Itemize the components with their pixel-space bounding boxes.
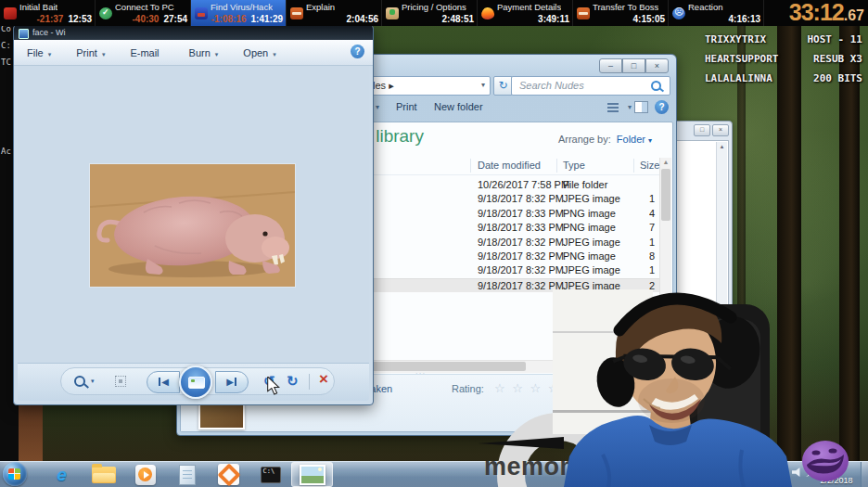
actual-size-icon[interactable]	[115, 376, 126, 387]
breadcrumb[interactable]: les ▸	[373, 80, 394, 92]
chevron-down-icon: ▾	[102, 51, 106, 58]
split-time: 1:41:29	[251, 14, 283, 24]
speedrun-splits-bar: Initial Bait -21:3712:53 Connect To PC -…	[0, 0, 868, 26]
next-button[interactable]: ▶	[215, 371, 249, 393]
file-type: JPEG image	[563, 237, 620, 248]
preview-pane-icon[interactable]	[634, 101, 648, 113]
menu-item[interactable]: Burn▾	[189, 47, 219, 58]
file-type: PNG image	[563, 222, 616, 233]
taskbar-item-notepad[interactable]	[166, 462, 208, 487]
slideshow-button[interactable]	[179, 365, 212, 399]
column-type[interactable]: Type	[563, 160, 585, 171]
split-delta: -1:08:16	[211, 14, 247, 24]
rotate-clockwise-button[interactable]: ↻	[287, 373, 299, 390]
help-button[interactable]: ?	[655, 100, 669, 114]
taskbar-item-media-player[interactable]	[124, 462, 166, 487]
taskbar-item-file-explorer[interactable]	[83, 462, 124, 487]
purple-grin-emote	[801, 440, 849, 483]
photo-viewer-window[interactable]: face - Wi File▾Print▾E-mailBurn▾Open▾ ?	[13, 24, 374, 405]
console-text: Ac	[1, 147, 11, 156]
split-icon	[672, 7, 685, 19]
split-icon	[386, 7, 399, 19]
minimize-button[interactable]: –	[599, 58, 622, 73]
breadcrumb-arrow-icon: ▸	[389, 80, 394, 91]
console-text: C:	[1, 41, 11, 50]
split-time: 27:54	[163, 14, 187, 24]
column-size[interactable]: Size	[640, 160, 659, 171]
folder-icon	[92, 467, 116, 483]
file-type: File folder	[563, 179, 607, 190]
taskbar-item-anydesk[interactable]	[208, 462, 249, 487]
zoom-icon[interactable]	[74, 376, 85, 387]
split-segment: Find Virus/Hack -1:08:161:41:29	[191, 0, 287, 26]
split-icon	[480, 6, 494, 19]
close-button[interactable]: ×	[645, 58, 669, 73]
taskbar-item-photo-viewer[interactable]	[291, 462, 333, 487]
split-icon	[290, 7, 303, 19]
app-icon	[19, 29, 29, 39]
print-button[interactable]: Print	[396, 101, 417, 112]
photo-viewer-titlebar[interactable]: face - Wi	[14, 25, 373, 40]
views-caret-icon[interactable]: ▾	[628, 103, 632, 111]
event-username: TRIXXYTRIX	[705, 33, 766, 45]
split-time: 2:04:56	[347, 14, 378, 24]
window-title: face - Wi	[32, 28, 66, 37]
menu-item[interactable]: Print▾	[76, 47, 105, 58]
views-icon[interactable]	[607, 103, 619, 112]
taskbar-item-command-prompt[interactable]: C:\	[249, 462, 291, 487]
split-name: Transfer To Boss	[593, 2, 658, 12]
delete-button[interactable]: ×	[319, 370, 328, 389]
menu-item[interactable]: File▾	[27, 47, 51, 58]
search-input[interactable]: Search Nudes	[511, 76, 670, 96]
split-time: 2:48:51	[442, 14, 474, 24]
maximize-button[interactable]: □	[622, 58, 645, 73]
split-time: 4:16:13	[729, 14, 760, 24]
search-placeholder: Search Nudes	[519, 80, 584, 91]
start-button[interactable]	[3, 462, 27, 486]
split-segment: Pricing / Options 2:48:51	[382, 0, 478, 26]
address-dropdown-icon[interactable]: ▾	[481, 81, 485, 89]
anydesk-icon	[218, 464, 239, 485]
stream-event: TRIXXYTRIX HOST - 11	[705, 33, 862, 45]
file-date: 9/18/2017 8:32 PM	[478, 250, 564, 262]
previous-button[interactable]: ◀	[147, 371, 180, 393]
maximize-button[interactable]: □	[694, 124, 710, 136]
split-name: Explain	[306, 2, 335, 12]
close-button[interactable]: ×	[712, 124, 729, 136]
split-segment: Transfer To Boss 4:15:05	[573, 0, 669, 26]
event-info: HOST - 11	[807, 33, 862, 45]
split-icon	[195, 7, 208, 19]
menu-item[interactable]: Open▾	[243, 47, 275, 58]
event-username: LALALALINNA	[705, 72, 772, 84]
media-player-icon	[135, 465, 156, 485]
event-info: 200 BITS	[813, 72, 862, 84]
zoom-caret-icon[interactable]: ▾	[91, 378, 95, 385]
internet-explorer-icon: e	[57, 465, 67, 485]
split-time: 3:49:11	[538, 14, 569, 24]
split-segment: Initial Bait -21:3712:53	[0, 0, 96, 26]
chevron-down-icon: ▾	[48, 51, 52, 58]
arrange-by-control[interactable]: Arrange by:Folder▾	[558, 134, 652, 145]
notepad-icon	[179, 465, 196, 485]
split-delta: -21:37	[37, 14, 64, 24]
menu-item[interactable]: E-mail	[130, 47, 163, 58]
show-desktop-button[interactable]	[861, 462, 868, 487]
viewer-controls-bar: ▾ ◀ ▶ ↺ ↻ ×	[18, 363, 369, 401]
column-date-modified[interactable]: Date modified	[478, 160, 541, 171]
taskbar-item-internet-explorer[interactable]: e	[41, 462, 83, 487]
rating-label: Rating:	[452, 383, 484, 394]
command-prompt-icon: C:\	[261, 467, 281, 483]
split-delta: -40:30	[133, 14, 160, 24]
timer-main: 33:12	[789, 0, 844, 25]
refresh-button[interactable]: ↻	[493, 76, 513, 96]
split-icon	[577, 7, 590, 19]
photo-viewer-icon	[300, 465, 326, 485]
file-type: JPEG image	[563, 193, 620, 204]
console-text: TC	[1, 58, 11, 67]
file-date: 9/18/2017 8:33 PM	[478, 222, 564, 233]
organize-caret-icon[interactable]: ▾	[376, 103, 379, 111]
mouse-cursor	[267, 377, 280, 395]
help-button[interactable]: ?	[351, 45, 364, 58]
new-folder-button[interactable]: New folder	[434, 101, 483, 112]
photo-canvas	[18, 66, 369, 364]
